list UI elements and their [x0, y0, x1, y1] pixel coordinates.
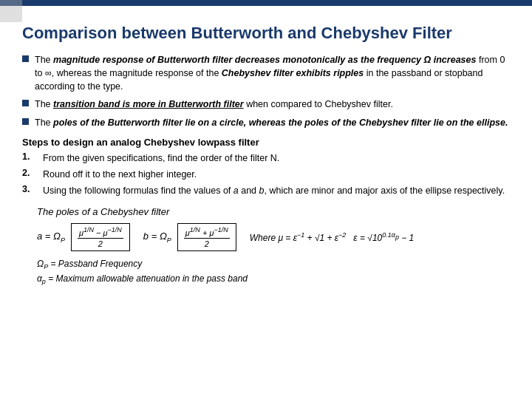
- step-item-2: 2. Round off it to the next higher integ…: [22, 168, 510, 181]
- steps-list: 1. From the given specifications, find t…: [22, 151, 510, 197]
- frac-b-num: μ1/N + μ−1/N: [184, 226, 230, 239]
- bullet-text-2: The transition band is more in Butterwor…: [35, 98, 393, 111]
- legend-2: αp = Maximum allowable attenuation in th…: [37, 272, 510, 287]
- step-num-2: 2.: [22, 168, 37, 178]
- step-text-3: Using the following formulas find the va…: [43, 184, 505, 197]
- top-bar: [0, 0, 532, 6]
- formula-a-start: a = ΩP: [37, 231, 65, 244]
- bullet-square-2: [22, 100, 29, 106]
- frac-a-den: 2: [97, 239, 104, 248]
- steps-heading: Steps to design an analog Chebyshev lowp…: [22, 137, 510, 148]
- formulas-section: The poles of a Chebyshev filter a = ΩP μ…: [37, 206, 510, 287]
- formula-box-a: μ1/N − μ−1/N 2: [71, 223, 130, 251]
- bullet-item-1: The magnitude response of Butterworth fi…: [22, 53, 510, 93]
- frac-b-den: 2: [203, 239, 211, 248]
- step-item-1: 1. From the given specifications, find t…: [22, 151, 510, 165]
- frac-b: μ1/N + μ−1/N 2: [184, 226, 230, 248]
- legend-row: ΩP = Passband Frequency αp = Maximum all…: [37, 257, 510, 288]
- bullet-item-2: The transition band is more in Butterwor…: [22, 98, 510, 111]
- step-num-1: 1.: [22, 151, 37, 162]
- step-text-1: From the given specifications, find the …: [43, 151, 279, 165]
- italic-text-1b: Chebyshev filter exhibits ripples: [222, 68, 364, 78]
- bullet-square-3: [22, 118, 29, 125]
- bullet-section: The magnitude response of Butterworth fi…: [22, 53, 510, 129]
- step-text-2: Round off it to the next higher integer.: [43, 168, 197, 181]
- where-label: Where μ = ε−1 + √1 + ε−2 ε = √100.1αp − …: [250, 231, 415, 243]
- bullet-square-1: [22, 55, 29, 62]
- frac-a-num: μ1/N − μ−1/N: [78, 226, 123, 239]
- corner-accent: [0, 0, 22, 22]
- page-title: Comparison between Butterworth and Cheby…: [22, 24, 510, 43]
- italic-text-2: transition band is more in Butterworth f…: [53, 99, 244, 109]
- legend-1: ΩP = Passband Frequency: [37, 257, 510, 273]
- step-num-3: 3.: [22, 184, 37, 194]
- step-item-3: 3. Using the following formulas find the…: [22, 184, 510, 197]
- poles-label: The poles of a Chebyshev filter: [37, 206, 510, 217]
- italic-text-1a: magnitude response of Butterworth filter…: [53, 55, 476, 65]
- slide: Comparison between Butterworth and Cheby…: [0, 0, 532, 399]
- bullet-text-3: The poles of the Butterworth filter lie …: [35, 116, 508, 129]
- bullet-text-1: The magnitude response of Butterworth fi…: [35, 53, 510, 93]
- formula-b-start: b = ΩP: [143, 231, 171, 244]
- formula-box-b: μ1/N + μ−1/N 2: [177, 223, 236, 251]
- formula-row: a = ΩP μ1/N − μ−1/N 2 b = ΩP μ1/N + μ−1/…: [37, 223, 510, 251]
- bullet-item-3: The poles of the Butterworth filter lie …: [22, 116, 510, 129]
- italic-text-3: poles of the Butterworth filter lie on a…: [53, 117, 508, 128]
- frac-a: μ1/N − μ−1/N 2: [78, 226, 123, 248]
